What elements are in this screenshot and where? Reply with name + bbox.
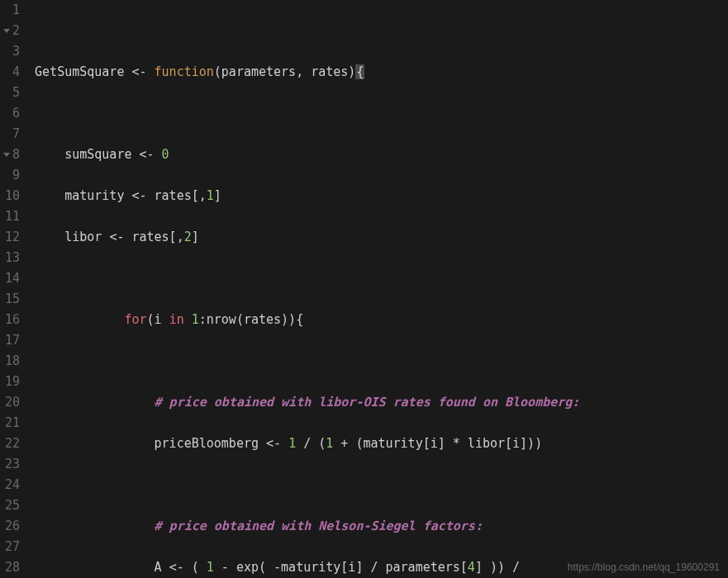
line-number: 25 (5, 495, 20, 516)
line-number: 14 (5, 268, 20, 289)
line-number: 26 (5, 516, 20, 537)
line-number: 9 (5, 165, 20, 186)
line-number: 11 (5, 206, 20, 227)
fold-icon[interactable] (3, 153, 10, 157)
line-number: 23 (5, 454, 20, 475)
line-number: 1 (5, 0, 20, 21)
code-line (35, 475, 728, 495)
line-number: 6 (5, 103, 20, 124)
code-line (35, 351, 728, 372)
line-number: 15 (5, 289, 20, 310)
line-number: 3 (5, 41, 20, 62)
code-line: # price obtained with Nelson-Siegel fact… (35, 516, 728, 537)
watermark-text: https://blog.csdn.net/qq_19600291 (568, 561, 720, 573)
code-line: maturity <- rates[,1] (35, 186, 728, 206)
code-line (35, 268, 728, 289)
line-number: 21 (5, 413, 20, 434)
code-line: for(i in 1:nrow(rates)){ (35, 310, 728, 330)
line-number: 8 (5, 144, 20, 165)
code-line: libor <- rates[,2] (35, 227, 728, 248)
line-number: 5 (5, 83, 20, 103)
line-number: 27 (5, 537, 20, 557)
line-number-gutter: 1 2 3 4 5 6 7 8 9 10 11 12 13 14 15 16 1… (0, 0, 28, 578)
code-line: sumSquare <- 0 (35, 144, 728, 165)
line-number: 28 (5, 557, 20, 578)
code-line (35, 103, 728, 124)
line-number: 20 (5, 392, 20, 413)
line-number: 16 (5, 310, 20, 330)
code-editor[interactable]: 1 2 3 4 5 6 7 8 9 10 11 12 13 14 15 16 1… (0, 0, 728, 578)
line-number: 18 (5, 351, 20, 372)
line-number: 2 (5, 21, 20, 41)
code-line: priceBloomberg <- 1 / (1 + (maturity[i] … (35, 434, 728, 454)
line-number: 4 (5, 62, 20, 83)
line-number: 19 (5, 372, 20, 392)
line-number: 24 (5, 475, 20, 495)
line-number: 22 (5, 434, 20, 454)
line-number: 10 (5, 186, 20, 206)
fold-icon[interactable] (3, 29, 10, 33)
code-line (35, 21, 728, 41)
line-number: 12 (5, 227, 20, 248)
code-line: GetSumSquare <- function(parameters, rat… (35, 62, 728, 83)
line-number: 7 (5, 124, 20, 144)
code-content[interactable]: GetSumSquare <- function(parameters, rat… (28, 0, 728, 578)
line-number: 13 (5, 248, 20, 268)
code-line: # price obtained with libor-OIS rates fo… (35, 392, 728, 413)
line-number: 17 (5, 330, 20, 351)
